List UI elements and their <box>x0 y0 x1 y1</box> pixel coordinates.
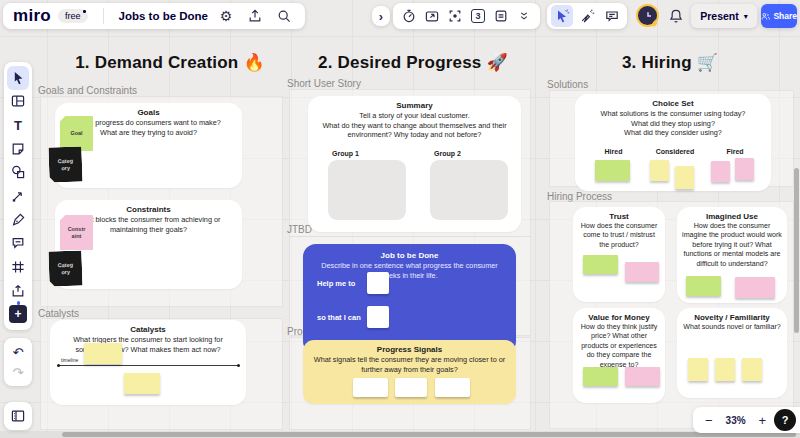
zoom-level[interactable]: 33% <box>721 415 751 426</box>
signal-box[interactable] <box>395 378 427 397</box>
miro-logo[interactable]: miro <box>13 6 51 26</box>
trial-dot <box>83 10 86 13</box>
expand-toolbar-button[interactable]: › <box>372 6 390 26</box>
column-title-demand-creation[interactable]: 1. Demand Creation 🔥 <box>58 52 282 73</box>
export-icon[interactable] <box>244 5 266 27</box>
zoom-in-button[interactable]: + <box>750 413 774 428</box>
progress-signals-card-body: What signals tell the consumer they are … <box>311 355 508 374</box>
horizontal-scrollbar-thumb[interactable] <box>62 432 796 437</box>
choice-set-card[interactable]: Choice Set What solutions is the consume… <box>575 94 771 191</box>
constraint-sticky-note[interactable]: Constraint <box>60 215 93 250</box>
frame-label-short-user-story[interactable]: Short User Story <box>287 78 361 89</box>
select-tool[interactable] <box>7 66 29 90</box>
trust-card[interactable]: Trust How does the consumer come to trus… <box>573 207 665 302</box>
frame-label-goals-constraints[interactable]: Goals and Constraints <box>38 85 137 96</box>
upload-tool[interactable] <box>7 279 29 303</box>
redo-button[interactable]: ↷ <box>7 362 29 382</box>
board-title[interactable]: Jobs to be Done <box>119 10 208 22</box>
novelty-familiarity-card[interactable]: Novelty / Familiarity What sounds novel … <box>677 308 787 398</box>
timer-icon[interactable] <box>398 5 420 27</box>
attention-icon[interactable] <box>444 5 466 27</box>
group1-box[interactable] <box>328 160 406 220</box>
sticky-note-tool[interactable] <box>7 137 29 161</box>
zoom-out-button[interactable]: − <box>697 413 721 428</box>
connector-tool[interactable] <box>7 184 29 208</box>
search-icon[interactable] <box>273 5 295 27</box>
trust-sticky-note[interactable] <box>625 262 659 282</box>
constraints-card[interactable]: Constraints What blocks the consumer fro… <box>55 200 242 289</box>
follow-cursor-icon[interactable] <box>551 5 573 27</box>
timeline-line[interactable] <box>58 365 239 366</box>
fired-sticky-note[interactable] <box>711 161 730 182</box>
notifications-button[interactable] <box>665 5 687 27</box>
catalyst-sticky-note[interactable] <box>124 373 160 394</box>
novelty-sticky-note[interactable] <box>688 358 708 381</box>
frames-panel-button[interactable] <box>4 402 32 430</box>
novelty-sticky-note[interactable] <box>715 358 735 381</box>
notes-icon[interactable] <box>490 5 512 27</box>
help-button[interactable]: ? <box>774 409 796 431</box>
trust-sticky-note[interactable] <box>583 255 618 274</box>
considered-sticky-note[interactable] <box>675 166 694 189</box>
vertical-scrollbar-thumb[interactable] <box>794 168 799 333</box>
jtbd-card[interactable]: Job to be Done Describe in one sentence … <box>303 244 516 354</box>
catalysts-card[interactable]: Catalysts What triggers the consumer to … <box>50 320 246 405</box>
templates-tool[interactable] <box>7 90 29 114</box>
column-title-desired-progress[interactable]: 2. Desired Progress 🚀 <box>318 52 502 73</box>
value-for-money-card[interactable]: Value for Money How do they think justif… <box>573 308 665 403</box>
more-apps-icon[interactable] <box>513 5 535 27</box>
group2-box[interactable] <box>430 160 508 220</box>
board-canvas[interactable]: 1. Demand Creation 🔥 Goals and Constrain… <box>0 0 800 438</box>
estimation-icon[interactable]: 3 <box>467 5 489 27</box>
group2-label[interactable]: Group 2 <box>434 150 461 157</box>
user-avatar[interactable] <box>636 4 659 27</box>
plan-badge[interactable]: free <box>58 9 88 23</box>
group1-label[interactable]: Group 1 <box>332 150 359 157</box>
pen-tool[interactable] <box>7 208 29 232</box>
frame-label-solutions[interactable]: Solutions <box>547 79 588 90</box>
shapes-tool[interactable] <box>7 161 29 185</box>
value-for-money-card-body: How do they think justify price? What ot… <box>578 323 660 370</box>
progress-signals-card[interactable]: Progress Signals What signals tell the c… <box>303 340 516 404</box>
considered-label: Considered <box>647 148 703 155</box>
frame-tool[interactable] <box>7 255 29 279</box>
considered-sticky-note[interactable] <box>650 160 669 181</box>
imagined-use-card[interactable]: Imagined Use How does the consumer imagi… <box>677 207 787 303</box>
chevron-right-icon: › <box>379 9 383 24</box>
laser-pointer-icon[interactable] <box>576 5 598 27</box>
goal-sticky-note[interactable]: Goal <box>60 116 93 151</box>
jtbd-field2-box[interactable] <box>367 306 389 328</box>
summary-card[interactable]: Summary Tell a story of your ideal custo… <box>308 96 521 232</box>
miro-app: 1. Demand Creation 🔥 Goals and Constrain… <box>0 0 800 438</box>
trust-card-body: How does the consumer come to trust / mi… <box>578 222 660 250</box>
category-sticky-note[interactable]: Category <box>48 250 82 286</box>
jtbd-card-title: Job to be Done <box>303 244 516 260</box>
novelty-familiarity-card-body: What sounds novel or familiar? <box>682 323 782 332</box>
imagined-use-sticky-note[interactable] <box>735 277 775 298</box>
undo-button[interactable]: ↶ <box>7 342 29 362</box>
undo-redo-panel: ↶ ↷ <box>4 338 32 386</box>
value-sticky-note[interactable] <box>625 367 660 386</box>
catalyst-sticky-note[interactable] <box>84 343 122 364</box>
stamp-comment-icon[interactable] <box>601 5 623 27</box>
fired-sticky-note[interactable] <box>735 158 754 180</box>
novelty-sticky-note[interactable] <box>742 358 762 381</box>
more-tools-plus[interactable]: + <box>7 302 29 326</box>
present-button[interactable]: Present ▾ <box>691 4 757 28</box>
category-sticky-note[interactable]: Category <box>48 146 82 182</box>
goals-card[interactable]: Goals What progress do consumers want to… <box>55 103 242 188</box>
hired-sticky-note[interactable] <box>595 160 630 181</box>
signal-box[interactable] <box>353 378 388 397</box>
present-frame-icon[interactable] <box>421 5 443 27</box>
settings-gear-icon[interactable]: ⚙ <box>215 5 237 27</box>
comment-tool[interactable] <box>7 231 29 255</box>
imagined-use-card-body: How does the consumer imagine the produc… <box>682 222 782 269</box>
value-sticky-note[interactable] <box>583 367 618 386</box>
column-title-hiring[interactable]: 3. Hiring 🛒 <box>590 52 750 73</box>
imagined-use-sticky-note[interactable] <box>686 276 721 296</box>
signal-box[interactable] <box>435 378 470 397</box>
share-button[interactable]: Share <box>761 4 797 28</box>
frame-label-jtbd[interactable]: JTBD <box>287 224 312 235</box>
text-tool[interactable]: T <box>7 113 29 137</box>
jtbd-field1-box[interactable] <box>367 272 389 294</box>
